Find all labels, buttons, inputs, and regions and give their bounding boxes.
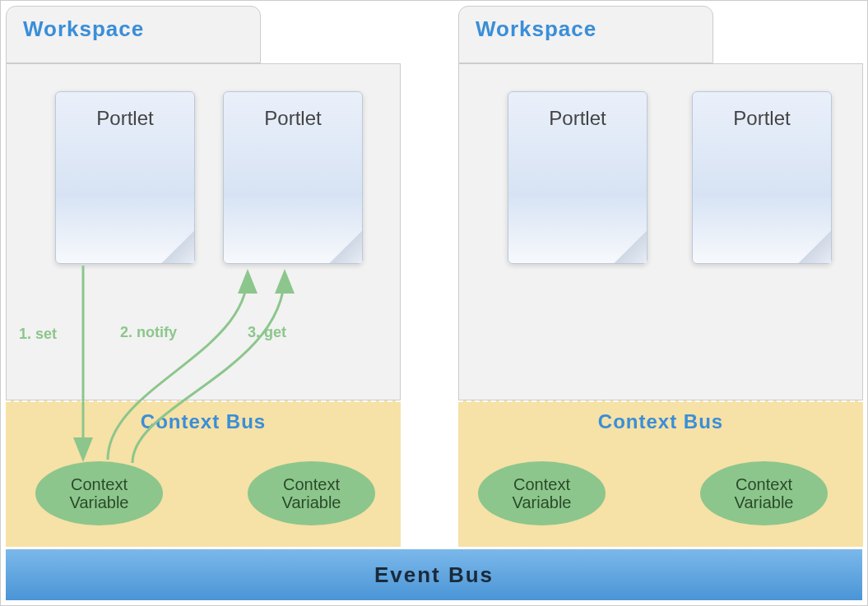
portlet-1-1: Portlet [55, 91, 195, 264]
portlet-2-1: Portlet [508, 91, 648, 264]
workspace-title-2: Workspace [476, 16, 596, 41]
context-variable-label: Context Variable [478, 475, 606, 511]
flow-label-notify: 2. notify [120, 324, 177, 341]
portlet-label: Portlet [733, 107, 790, 129]
flow-label-set: 1. set [19, 326, 57, 343]
portlet-2-2: Portlet [692, 91, 832, 264]
event-bus-title: Event Bus [374, 562, 494, 587]
event-bus: Event Bus [6, 549, 862, 600]
context-variable-1: Context Variable [35, 461, 163, 525]
context-variable-label: Context Variable [248, 475, 375, 511]
portlet-label: Portlet [549, 107, 606, 129]
portlet-label: Portlet [264, 107, 321, 129]
flow-label-get: 3. get [248, 324, 286, 341]
portlet-label: Portlet [96, 107, 153, 129]
context-variable-4: Context Variable [700, 461, 828, 525]
context-variable-label: Context Variable [35, 475, 163, 511]
context-bus-title-left: Context Bus [6, 402, 401, 433]
context-bus-title-right: Context Bus [458, 402, 863, 433]
diagram-canvas: Workspace Workspace Portlet Portlet Port… [0, 0, 868, 606]
context-variable-2: Context Variable [248, 461, 375, 525]
context-variable-3: Context Variable [478, 461, 606, 525]
workspace-title-1: Workspace [23, 16, 144, 41]
workspace-tab-2: Workspace [458, 6, 713, 63]
context-variable-label: Context Variable [700, 475, 828, 511]
portlet-1-2: Portlet [223, 91, 363, 264]
workspace-tab-1: Workspace [6, 6, 261, 63]
